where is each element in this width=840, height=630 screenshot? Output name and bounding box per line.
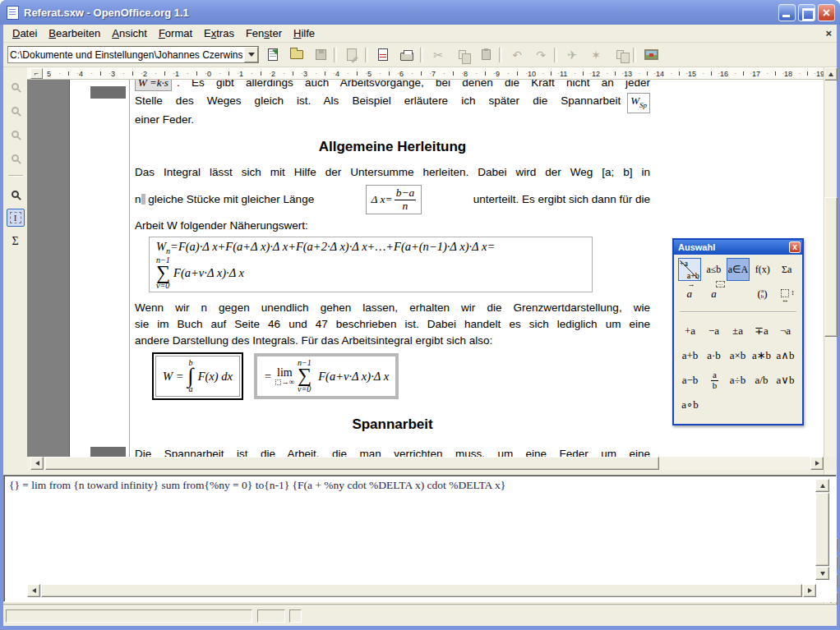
minimize-button[interactable] (778, 4, 796, 21)
vertical-scroll-thumb[interactable] (824, 197, 838, 337)
category-operators-button[interactable]: Σa (775, 258, 798, 281)
symbol-button[interactable]: a−b (678, 368, 702, 393)
symbol-button[interactable]: a∨b (773, 368, 797, 393)
export-pdf-button[interactable] (373, 45, 393, 65)
auswahl-close-button[interactable]: x (789, 241, 801, 253)
horizontal-ruler[interactable]: ⌐ 5··4··3··2··1··0··1··2··3··4··5··6··7·… (27, 67, 824, 80)
ruler-mark: 9·· (496, 67, 528, 79)
menu-item-fenster[interactable]: Fenster (240, 25, 288, 41)
category-others-button[interactable]: a⋯ (703, 283, 726, 306)
formula-object-deltax[interactable]: Δ x= b−an (366, 185, 422, 214)
symbol-button[interactable]: a/b (750, 368, 773, 393)
document-close-icon[interactable]: × (825, 27, 832, 39)
scroll-left-button[interactable] (27, 584, 40, 597)
symbol-button[interactable]: a·b (702, 343, 726, 368)
open-document-button[interactable] (287, 45, 307, 65)
url-combobox[interactable] (7, 46, 259, 63)
category-set-operations-button[interactable]: a∈A (727, 258, 750, 281)
gallery-button[interactable] (641, 45, 661, 65)
auswahl-window[interactable]: Auswahl x +aa+ba≤ba∈Af(x)Σa →aa⋯(ab)↕↔ +… (672, 238, 804, 425)
vertical-scroll-thumb[interactable] (815, 493, 829, 566)
menu-item-datei[interactable]: Datei (7, 25, 43, 41)
paragraph-line: sie im Buch auf Seite 46 und 47 beschrie… (135, 316, 650, 333)
cut-icon: ✂ (433, 48, 443, 62)
paragraph-line: andere Darstellung des Integrals. Für da… (135, 333, 650, 349)
scroll-right-button[interactable] (803, 584, 816, 597)
title-bar[interactable]: Referat.sxw - OpenOffice.org 1.1 (0, 0, 840, 25)
auswahl-title-bar[interactable]: Auswahl x (674, 240, 802, 255)
formula-command-text[interactable]: {} = lim from {n toward infinity} sum fr… (9, 479, 811, 492)
category-relations-button[interactable]: a≤b (703, 258, 726, 281)
formula-object-wsp[interactable]: WSp (627, 93, 650, 113)
menu-item-format[interactable]: Format (153, 25, 198, 41)
paste-button (476, 45, 496, 65)
undo-icon: ↶ (512, 48, 522, 62)
copy-icon (459, 50, 466, 59)
ruler-mark: 7·· (432, 67, 464, 79)
ruler-mark: 0·· (207, 67, 239, 79)
symbol-button[interactable]: a+b (678, 343, 702, 368)
ruler-mark: 17·· (752, 67, 784, 79)
zoom-out-button[interactable] (7, 101, 25, 119)
brackets-icon: (ab) (757, 287, 767, 301)
symbol-button[interactable]: a÷b (726, 368, 750, 393)
url-input[interactable] (8, 49, 244, 61)
url-dropdown-button[interactable] (244, 47, 258, 62)
hyperlink-bar-button (610, 45, 630, 65)
category-functions-button[interactable]: f(x) (751, 258, 774, 281)
formula-object-inline[interactable]: W =k·s (135, 80, 172, 91)
scroll-right-button[interactable] (810, 457, 824, 470)
menu-item-bearbeiten[interactable]: Bearbeiten (43, 25, 106, 41)
symbol-button[interactable]: ±a (726, 319, 750, 343)
command-horizontal-scrollbar[interactable] (27, 584, 816, 597)
formula-object-limit-editing[interactable]: = lim →∞ n−1 ∑ ν=0 F(a+ν·Δ x)·Δ x (254, 353, 399, 399)
formula-object-integral-selected[interactable]: W = b ∫ a F(x) dx (152, 352, 243, 400)
symbol-button[interactable]: a∗b (750, 343, 773, 368)
menu-item-extras[interactable]: Extras (198, 25, 240, 41)
category-attributes-button[interactable]: →a (678, 283, 701, 306)
category-formats-button[interactable]: ↕↔ (775, 283, 798, 306)
scroll-up-button[interactable] (815, 479, 829, 492)
zoom-all-button[interactable] (7, 149, 25, 167)
symbol-button[interactable]: ∓a (750, 319, 773, 343)
horizontal-scroll-thumb[interactable] (41, 584, 802, 597)
zoom-in-button[interactable] (7, 77, 25, 95)
tab-selector-button[interactable]: ⌐ (30, 68, 43, 79)
menu-item-ansicht[interactable]: Ansicht (106, 25, 153, 41)
zoom-100-button[interactable] (7, 125, 25, 143)
symbol-button[interactable]: −a (702, 319, 726, 343)
cut-button: ✂ (428, 45, 448, 65)
redo-button: ↷ (531, 45, 551, 65)
symbol-button[interactable]: ab (702, 368, 726, 393)
new-document-button[interactable] (263, 45, 283, 65)
symbol-button[interactable]: a∘b (678, 393, 702, 417)
formula-object-naeherungswert[interactable]: Wn=F(a)·Δ x+F(a+Δ x)·Δ x+F(a+2·Δ x)·Δ x+… (149, 237, 593, 292)
symbols-catalog-button[interactable]: Σ (7, 232, 25, 251)
symbol-button[interactable]: a×b (726, 343, 750, 368)
category-brackets-button[interactable]: (ab) (751, 283, 774, 306)
update-view-button[interactable] (7, 185, 25, 203)
close-button[interactable] (818, 4, 835, 21)
menu-item-hilfe[interactable]: Hilfe (288, 25, 321, 41)
scroll-down-button[interactable] (815, 567, 829, 580)
symbol-button[interactable]: +a (678, 319, 702, 343)
maximize-button[interactable] (798, 4, 815, 21)
document-horizontal-scrollbar[interactable] (27, 457, 824, 470)
toolbar-separator (8, 175, 23, 177)
formula-command-window[interactable]: {} = lim from {n toward infinity} sum fr… (3, 475, 837, 602)
category-unary-binary-operators-button[interactable]: +aa+b (678, 258, 701, 281)
print-file-button[interactable] (397, 45, 417, 65)
ruler-mark: 11·· (560, 67, 592, 79)
formula-line-1: Wn=F(a)·Δ x+F(a+Δ x)·Δ x+F(a+2·Δ x)·Δ x+… (156, 240, 585, 255)
symbol-button[interactable]: a∧b (773, 343, 797, 368)
ruler-mark: 13·· (624, 67, 656, 79)
horizontal-scroll-thumb[interactable] (45, 457, 659, 470)
paragraph-line: Das Integral lässt sich mit Hilfe der Un… (135, 164, 650, 181)
scroll-left-button[interactable] (30, 457, 44, 470)
symbol-button[interactable]: ¬a (773, 319, 797, 343)
command-vertical-scrollbar[interactable] (815, 479, 829, 580)
ruler-mark: 3·· (111, 67, 143, 79)
formula-cursor-button[interactable]: I (7, 209, 25, 227)
zoom-out-icon (12, 107, 19, 114)
scroll-up-button[interactable] (824, 67, 838, 80)
